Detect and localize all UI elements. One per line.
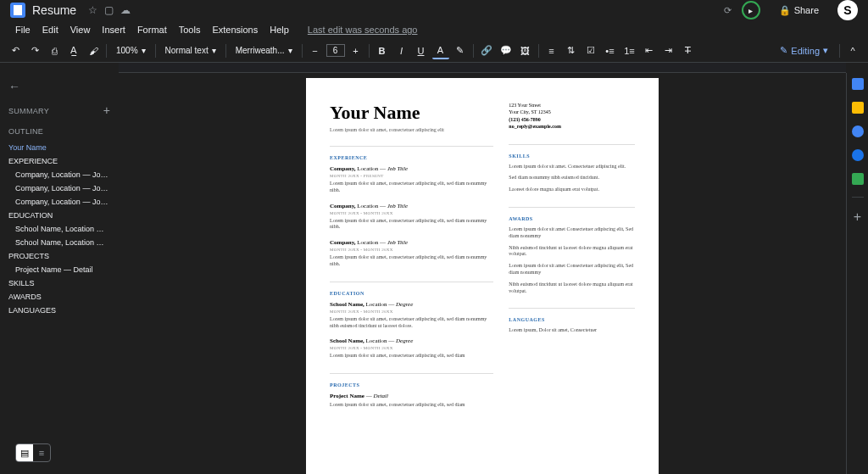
menu-view[interactable]: View [65, 23, 96, 36]
outline-sidebar: ← SUMMARY + OUTLINE Your NameEXPERIENCEC… [0, 73, 119, 474]
experience-entry[interactable]: Company, Location — Job TitleMONTH 20XX … [330, 165, 493, 194]
awards-text[interactable]: Lorem ipsum dolor sit amet Consectetuer … [509, 263, 635, 276]
section-projects[interactable]: PROJECTS [330, 373, 493, 388]
menu-extensions[interactable]: Extensions [207, 23, 263, 36]
highlight-icon[interactable]: ✎ [452, 42, 469, 59]
font-select[interactable]: Merriweath... ▾ [231, 44, 298, 57]
avatar[interactable]: S [837, 0, 858, 20]
contact-block[interactable]: 123 Your Street Your City, ST 12345 (123… [509, 102, 635, 131]
print-icon[interactable]: ⎙ [46, 42, 63, 59]
fontsize-decrease-icon[interactable]: − [307, 42, 324, 59]
project-entry[interactable]: Project Name — DetailLorem ipsum dolor s… [330, 393, 493, 409]
cloud-icon[interactable]: ☁ [120, 4, 131, 16]
outline-item[interactable]: LANGUAGES [8, 304, 110, 317]
menu-file[interactable]: File [10, 23, 36, 36]
contacts-icon[interactable] [852, 149, 864, 161]
awards-text[interactable]: Nibh euismod tincidunt ut laoreet dolore… [509, 282, 635, 295]
skills-text[interactable]: Laoreet dolore magna aliquam erat volutp… [509, 187, 635, 193]
indent-decrease-icon[interactable]: ⇤ [641, 42, 658, 59]
zoom-select[interactable]: 100% ▾ [111, 44, 151, 57]
menu-format[interactable]: Format [132, 23, 172, 36]
fontsize-input[interactable]: 6 [326, 44, 345, 57]
outline-item[interactable]: Company, Location — Job Title [8, 168, 110, 181]
view-compact-icon[interactable]: ≡ [33, 444, 50, 461]
contact-phone: (123) 456-7890 [509, 116, 635, 123]
contact-email: no_reply@example.com [509, 123, 635, 130]
comment-icon[interactable]: 💬 [498, 42, 515, 59]
menu-insert[interactable]: Insert [97, 23, 131, 36]
ruler[interactable] [119, 63, 846, 73]
view-print-layout-icon[interactable]: ▤ [16, 444, 33, 461]
awards-text[interactable]: Nibh euismod tincidunt ut laoreet dolore… [509, 245, 635, 259]
doc-title[interactable]: Resume [32, 3, 76, 17]
menu-edit[interactable]: Edit [37, 23, 64, 36]
titlebar: Resume ☆ ▢ ☁ ⟳ ▸ 🔒 Share S [0, 0, 868, 20]
menu-tools[interactable]: Tools [174, 23, 206, 36]
keep-icon[interactable] [852, 102, 864, 114]
image-icon[interactable]: 🖼 [517, 42, 534, 59]
experience-entry[interactable]: Company, Location — Job TitleMONTH 20XX … [330, 239, 493, 268]
outline-item[interactable]: Company, Location — Job Title [8, 181, 110, 195]
add-summary-icon[interactable]: + [103, 103, 110, 117]
sidebar-back-icon[interactable]: ← [8, 80, 110, 93]
move-icon[interactable]: ▢ [104, 4, 114, 16]
outline-item[interactable]: EXPERIENCE [8, 154, 110, 168]
redo-icon[interactable]: ↷ [26, 42, 43, 59]
align-left-icon[interactable]: ≡ [543, 42, 560, 59]
outline-item[interactable]: School Name, Location — Degr... [8, 222, 110, 236]
last-edit-link[interactable]: Last edit was seconds ago [303, 23, 423, 36]
bulleted-list-icon[interactable]: •≡ [602, 42, 619, 59]
text-color-icon[interactable]: A [432, 42, 449, 59]
outline-item[interactable]: AWARDS [8, 290, 110, 304]
history-icon[interactable]: ⟳ [724, 5, 732, 16]
awards-text[interactable]: Lorem ipsum dolor sit amet Consectetuer … [509, 226, 635, 240]
section-experience[interactable]: EXPERIENCE [330, 146, 493, 160]
share-button[interactable]: 🔒 Share [771, 2, 827, 20]
outline-item[interactable]: SKILLS [8, 276, 110, 290]
editing-mode-button[interactable]: ✎ Editing ▾ [773, 43, 835, 58]
outline-item[interactable]: Your Name [8, 141, 110, 154]
outline-item[interactable]: School Name, Location — Degr... [8, 236, 110, 249]
spellcheck-icon[interactable]: A̲ [65, 42, 82, 59]
checklist-icon[interactable]: ☑ [582, 42, 599, 59]
outline-item[interactable]: EDUCATION [8, 209, 110, 222]
underline-icon[interactable]: U [413, 42, 430, 59]
style-select[interactable]: Normal text ▾ [160, 44, 221, 57]
undo-icon[interactable]: ↶ [7, 42, 24, 59]
outline-item[interactable]: Company, Location — Job Title [8, 195, 110, 209]
section-awards[interactable]: AWARDS [509, 207, 635, 221]
skills-text[interactable]: Sed diam nonummy nibh euismod tincidunt. [509, 175, 635, 181]
section-skills[interactable]: SKILLS [509, 144, 635, 159]
fontsize-increase-icon[interactable]: + [348, 42, 364, 59]
outline-item[interactable]: PROJECTS [8, 249, 110, 263]
docs-logo-icon[interactable] [10, 3, 25, 18]
indent-increase-icon[interactable]: ⇥ [660, 42, 677, 59]
share-label: Share [794, 5, 819, 15]
section-languages[interactable]: LANGUAGES [509, 308, 635, 322]
section-education[interactable]: EDUCATION [330, 282, 493, 296]
italic-icon[interactable]: I [393, 42, 410, 59]
outline-item[interactable]: Project Name — Detail [8, 263, 110, 276]
link-icon[interactable]: 🔗 [478, 42, 495, 59]
education-entry[interactable]: School Name, Location — DegreeMONTH 20XX… [330, 301, 493, 330]
line-spacing-icon[interactable]: ⇅ [563, 42, 580, 59]
collapse-icon[interactable]: ^ [844, 42, 861, 59]
meet-icon[interactable]: ▸ [742, 1, 760, 20]
menu-help[interactable]: Help [264, 23, 294, 36]
star-icon[interactable]: ☆ [88, 4, 97, 16]
languages-text[interactable]: Lorem ipsum, Dolor sit amet, Consectetue… [509, 327, 635, 334]
clear-format-icon[interactable]: T̶ [680, 42, 697, 59]
calendar-icon[interactable] [852, 78, 864, 90]
experience-entry[interactable]: Company, Location — Job TitleMONTH 20XX … [330, 203, 493, 231]
document-canvas[interactable]: Your Name Lorem ipsum dolor sit amet, co… [119, 73, 846, 474]
education-entry[interactable]: School Name, Location — DegreeMONTH 20XX… [330, 337, 493, 360]
numbered-list-icon[interactable]: 1≡ [621, 42, 638, 59]
tasks-icon[interactable] [852, 125, 864, 137]
addons-plus-icon[interactable]: + [854, 209, 861, 225]
maps-icon[interactable] [852, 173, 864, 185]
resume-tagline[interactable]: Lorem ipsum dolor sit amet, consectetuer… [330, 127, 493, 132]
bold-icon[interactable]: B [374, 42, 391, 59]
resume-name[interactable]: Your Name [330, 102, 493, 124]
paint-format-icon[interactable]: 🖌 [85, 42, 102, 59]
skills-text[interactable]: Lorem ipsum dolor sit amet. Consectetuer… [509, 164, 635, 170]
